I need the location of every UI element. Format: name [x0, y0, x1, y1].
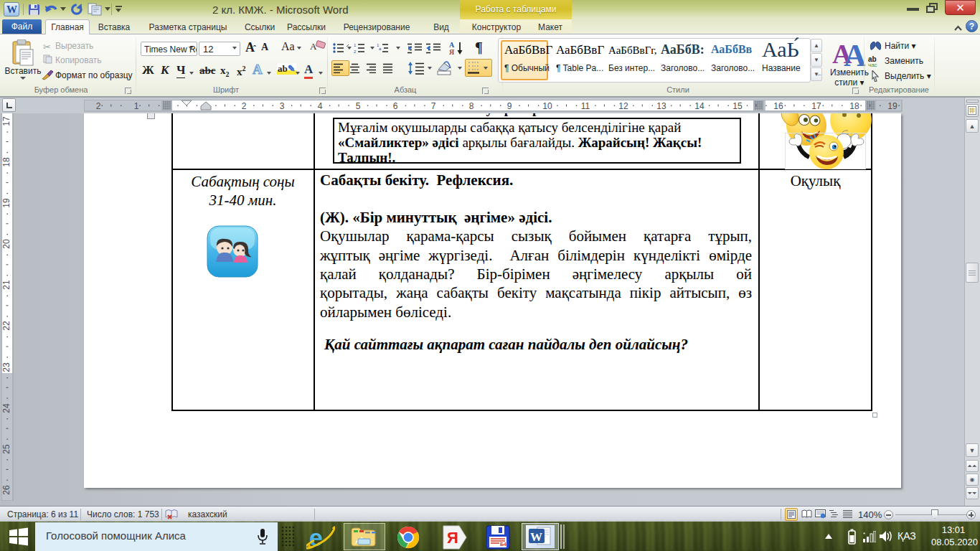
- svg-text:7: 7: [431, 101, 436, 111]
- svg-text:18: 18: [1, 157, 11, 167]
- svg-text:17: 17: [1, 116, 11, 126]
- svg-text:21: 21: [1, 280, 11, 290]
- svg-text:19: 19: [887, 101, 897, 111]
- svg-text:Б4: Б4: [500, 542, 507, 547]
- svg-text:1: 1: [354, 43, 357, 47]
- svg-text:*: *: [863, 531, 865, 537]
- svg-text:5: 5: [356, 101, 361, 111]
- svg-text:24: 24: [1, 403, 11, 413]
- svg-text:2: 2: [96, 101, 101, 111]
- svg-text:A: A: [310, 41, 317, 52]
- svg-text:Я: Я: [447, 529, 458, 547]
- svg-text:a: a: [379, 47, 382, 51]
- svg-text:2: 2: [242, 101, 247, 111]
- svg-text:25: 25: [1, 444, 11, 454]
- svg-text:14: 14: [694, 101, 705, 111]
- svg-text:10: 10: [542, 101, 552, 111]
- svg-text:A: A: [844, 39, 865, 67]
- svg-text:20: 20: [1, 239, 11, 249]
- svg-text:8: 8: [469, 101, 474, 111]
- svg-text:9: 9: [507, 101, 512, 111]
- svg-text:Я: Я: [449, 48, 455, 55]
- svg-text:3: 3: [280, 101, 285, 111]
- svg-text:2: 2: [354, 50, 357, 54]
- svg-text:4: 4: [318, 101, 323, 111]
- svg-text:6: 6: [393, 101, 398, 111]
- svg-text:19: 19: [1, 198, 11, 208]
- svg-text:1: 1: [134, 101, 139, 111]
- svg-text:17: 17: [811, 101, 821, 111]
- svg-text:22: 22: [1, 321, 11, 331]
- svg-text:11: 11: [581, 101, 590, 111]
- svg-text:ч̧ac: ч̧ac: [868, 62, 877, 67]
- svg-text:16: 16: [773, 101, 783, 111]
- svg-text:W: W: [530, 530, 542, 544]
- svg-text:13: 13: [656, 101, 666, 111]
- svg-text:23: 23: [1, 362, 11, 372]
- svg-text:12: 12: [618, 101, 628, 111]
- svg-text:15: 15: [732, 101, 743, 111]
- svg-text:18: 18: [849, 101, 859, 111]
- svg-text:26: 26: [1, 485, 11, 495]
